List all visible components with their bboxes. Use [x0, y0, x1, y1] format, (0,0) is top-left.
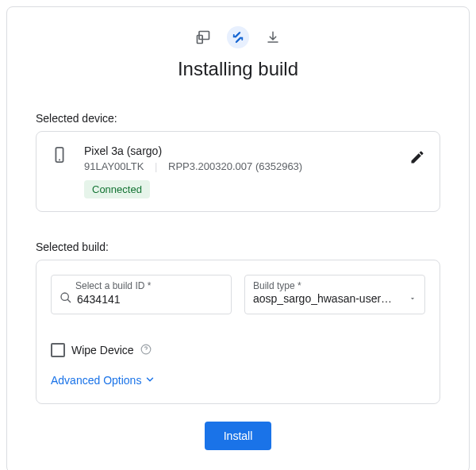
pencil-icon — [409, 149, 425, 165]
selected-build-box: Select a build ID * Build type * aosp_sa… — [36, 260, 440, 404]
transfer-step-icon — [227, 26, 249, 48]
build-id-label: Select a build ID * — [75, 280, 223, 291]
wipe-device-label: Wipe Device — [71, 344, 134, 356]
build-type-value: aosp_sargo_hwasan-user… — [253, 292, 392, 305]
selected-device-label: Selected device: — [36, 112, 440, 125]
install-build-card: Installing build Selected device: Pixel … — [6, 6, 470, 470]
help-icon[interactable] — [140, 344, 152, 357]
advanced-options-link[interactable]: Advanced Options — [51, 374, 155, 387]
build-fields-row: Select a build ID * Build type * aosp_sa… — [51, 275, 425, 314]
install-button[interactable]: Install — [205, 422, 272, 450]
download-step-icon — [262, 26, 284, 48]
checkbox-box — [51, 343, 65, 357]
selected-device-box: Pixel 3a (sargo) 91LAY00LTK | RPP3.20032… — [36, 131, 440, 212]
page-title: Installing build — [36, 58, 440, 80]
svg-line-6 — [67, 299, 71, 302]
device-step-icon — [192, 26, 214, 48]
build-type-label: Build type * — [253, 280, 416, 291]
device-serial: 91LAY00LTK — [84, 160, 144, 172]
edit-device-button[interactable] — [409, 149, 425, 168]
advanced-options-text: Advanced Options — [51, 374, 141, 387]
wipe-device-checkbox[interactable]: Wipe Device — [51, 343, 425, 357]
chevron-down-icon — [409, 291, 416, 306]
build-id-input[interactable] — [77, 293, 223, 306]
step-icons — [36, 26, 440, 48]
build-type-field[interactable]: Build type * aosp_sargo_hwasan-user… — [244, 275, 425, 314]
svg-point-5 — [61, 293, 68, 300]
install-row: Install — [36, 422, 440, 450]
device-name: Pixel 3a (sargo) — [84, 144, 393, 157]
build-id-field[interactable]: Select a build ID * — [51, 275, 232, 314]
device-build: RPP3.200320.007 (6352963) — [168, 160, 302, 172]
selected-build-label: Selected build: — [36, 241, 440, 253]
search-icon — [60, 291, 72, 307]
chevron-down-icon — [144, 374, 155, 387]
device-meta: 91LAY00LTK | RPP3.200320.007 (6352963) — [84, 160, 393, 172]
phone-icon — [51, 146, 68, 167]
status-badge: Connected — [84, 180, 150, 198]
device-info: Pixel 3a (sargo) 91LAY00LTK | RPP3.20032… — [84, 144, 393, 198]
